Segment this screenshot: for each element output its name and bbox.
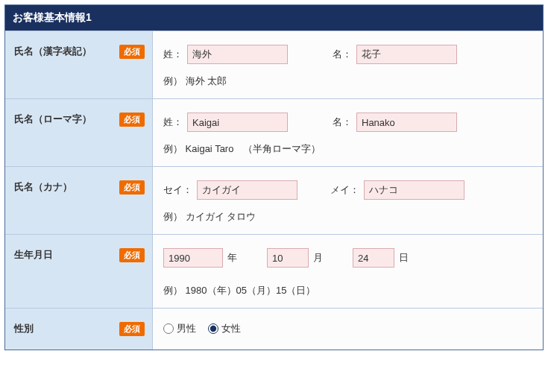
gender-female-label: 女性: [221, 322, 241, 335]
row-name-kanji: 氏名（漢字表記） 必須 姓： 名： 例） 海外 太郎: [5, 31, 543, 98]
kanji-sei-input[interactable]: [187, 45, 288, 64]
field-label: 生年月日: [14, 248, 53, 262]
required-badge: 必須: [119, 180, 145, 195]
gender-male-option[interactable]: 男性: [163, 322, 196, 335]
value-cell: 姓： 名： 例） Kaigai Taro （半角ローマ字）: [153, 99, 543, 166]
gender-female-option[interactable]: 女性: [208, 322, 241, 335]
label-cell: 氏名（漢字表記） 必須: [5, 31, 153, 98]
roman-sei-input[interactable]: [187, 113, 288, 132]
field-label: 性別: [14, 322, 34, 335]
field-label: 氏名（ローマ字）: [14, 113, 92, 126]
roman-mei-input[interactable]: [356, 113, 457, 132]
gender-male-label: 男性: [177, 322, 196, 335]
row-name-kana: 氏名（カナ） 必須 セイ： メイ： 例） カイガイ タロウ: [5, 166, 543, 234]
dob-day-input[interactable]: [353, 248, 394, 268]
kana-sei-input[interactable]: [197, 180, 297, 200]
example-text: 例） 海外 太郎: [163, 75, 532, 88]
row-name-roman: 氏名（ローマ字） 必須 姓： 名： 例） Kaigai Taro （半角ローマ字…: [5, 98, 543, 166]
row-dob: 生年月日 必須 年 月 日 例） 1980（年）05（月）15（日）: [5, 234, 543, 308]
example-text: 例） カイガイ タロウ: [163, 210, 532, 224]
year-label: 年: [227, 251, 237, 265]
dob-year-input[interactable]: [163, 248, 223, 268]
required-badge: 必須: [119, 322, 145, 336]
day-label: 日: [399, 251, 409, 265]
month-label: 月: [313, 251, 323, 265]
required-badge: 必須: [119, 113, 145, 127]
field-label: 氏名（カナ）: [14, 180, 72, 194]
value-cell: 男性 女性: [153, 309, 543, 350]
sei-label: 姓：: [163, 48, 183, 61]
mei-label: 名：: [333, 116, 352, 129]
gender-male-radio[interactable]: [163, 323, 174, 334]
required-badge: 必須: [119, 45, 145, 59]
kanji-mei-input[interactable]: [356, 45, 457, 64]
dob-month-input[interactable]: [267, 248, 309, 268]
kana-mei-input[interactable]: [364, 180, 464, 200]
example-text: 例） 1980（年）05（月）15（日）: [163, 284, 532, 297]
example-text: 例） Kaigai Taro （半角ローマ字）: [163, 142, 532, 156]
value-cell: セイ： メイ： 例） カイガイ タロウ: [153, 167, 543, 234]
label-cell: 氏名（カナ） 必須: [5, 167, 153, 234]
required-badge: 必須: [119, 248, 145, 262]
value-cell: 姓： 名： 例） 海外 太郎: [153, 31, 543, 98]
mei-label: 名：: [333, 48, 352, 61]
label-cell: 氏名（ローマ字） 必須: [5, 99, 153, 166]
sei-label: セイ：: [163, 183, 192, 197]
label-cell: 性別 必須: [5, 309, 153, 350]
mei-label: メイ：: [330, 183, 359, 197]
customer-basic-info-panel: お客様基本情報1 氏名（漢字表記） 必須 姓： 名： 例） 海外 太郎 氏名（ロ…: [4, 4, 544, 350]
panel-title: お客様基本情報1: [5, 5, 543, 31]
gender-female-radio[interactable]: [208, 323, 218, 334]
label-cell: 生年月日 必須: [5, 235, 153, 308]
value-cell: 年 月 日 例） 1980（年）05（月）15（日）: [153, 235, 543, 308]
row-gender: 性別 必須 男性 女性: [5, 308, 543, 350]
sei-label: 姓：: [163, 116, 183, 129]
field-label: 氏名（漢字表記）: [14, 45, 92, 58]
